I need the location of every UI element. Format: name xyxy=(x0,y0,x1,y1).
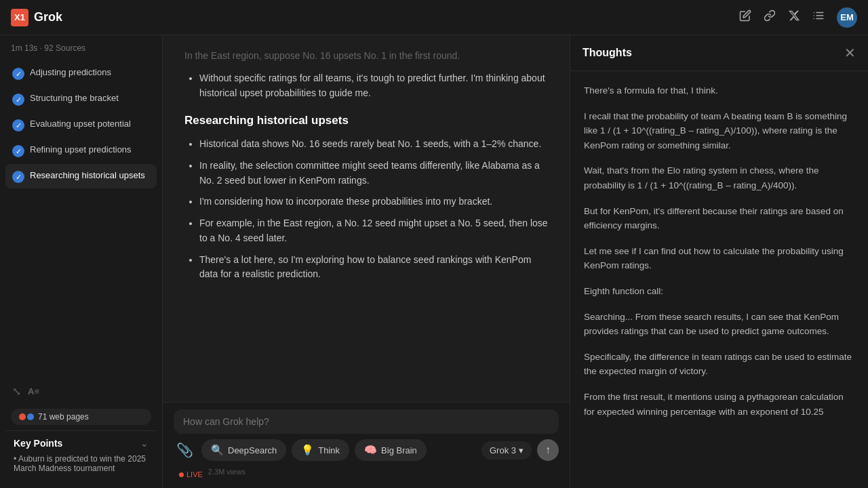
brain-icon: 🧠 xyxy=(364,444,377,456)
key-points-preview: • Auburn is predicted to win the 2025 Ma… xyxy=(14,454,149,473)
input-box[interactable]: How can Grok help? xyxy=(174,409,559,434)
app-title: Grok xyxy=(34,10,62,24)
content-bullet-2-3: For example, in the East region, a No. 1… xyxy=(199,216,548,245)
x-social-icon[interactable] xyxy=(788,9,800,25)
content-fade-top: In the East region, suppose No. 16 upset… xyxy=(184,49,548,63)
check-icon-adjusting: ✓ xyxy=(12,68,24,80)
content-bullet-2-0: Historical data shows No. 16 seeds rarel… xyxy=(199,137,548,152)
thoughts-panel: Thoughts ✕ There's a formula for that, I… xyxy=(570,35,868,488)
search-icon: 🔍 xyxy=(211,444,224,456)
web-pages-count: 71 web pages xyxy=(38,412,89,422)
sidebar-item-structuring[interactable]: ✓ Structuring the bracket xyxy=(5,87,157,111)
content-bullet-1-0: Without specific ratings for all teams, … xyxy=(199,71,548,100)
model-selector[interactable]: Grok 3 ▾ xyxy=(481,441,532,460)
think-button[interactable]: 💡 Think xyxy=(292,439,349,461)
sidebar-item-adjusting[interactable]: ✓ Adjusting predictions xyxy=(5,61,157,85)
live-badge: LIVE xyxy=(176,470,203,479)
thought-para-5: Eighth function call: xyxy=(584,284,854,299)
check-icon-evaluating: ✓ xyxy=(12,119,24,131)
sidebar-item-evaluating[interactable]: ✓ Evaluating upset potential xyxy=(5,113,157,137)
content-bullet-2-4: There's a lot here, so I'm exploring how… xyxy=(199,253,548,282)
deep-search-button[interactable]: 🔍 DeepSearch xyxy=(201,439,286,461)
content-bullets-2: Historical data shows No. 16 seeds rarel… xyxy=(184,137,548,282)
content-bullet-2-2: I'm considering how to incorporate these… xyxy=(199,195,548,209)
topbar-left: X1 Grok xyxy=(11,9,62,26)
list-icon[interactable] xyxy=(812,9,825,25)
content-bullet-2-1: In reality, the selection committee migh… xyxy=(199,159,548,188)
thought-para-7: Specifically, the difference in team rat… xyxy=(584,350,854,379)
expand-icon[interactable]: ⤡ xyxy=(12,385,21,398)
key-points-toggle-button[interactable]: ⌄ xyxy=(140,438,149,449)
thought-para-8: From the first result, it mentions using… xyxy=(584,390,854,419)
sidebar-item-label-researching: Researching historical upsets xyxy=(30,169,145,182)
topbar: X1 Grok EM xyxy=(0,0,868,35)
big-brain-button[interactable]: 🧠 Big Brain xyxy=(355,439,427,461)
thought-para-6: Searching... From these search results, … xyxy=(584,310,854,339)
thought-para-1: I recall that the probability of team A … xyxy=(584,109,854,153)
link-icon[interactable] xyxy=(764,9,776,25)
content-area: In the East region, suppose No. 16 upset… xyxy=(163,35,570,402)
send-button[interactable]: ↑ xyxy=(537,439,559,461)
sidebar-item-researching[interactable]: ✓ Researching historical upsets xyxy=(5,164,157,188)
thoughts-title: Thoughts xyxy=(583,47,632,59)
input-actions-right: Grok 3 ▾ ↑ xyxy=(481,439,559,461)
app-logo: X1 xyxy=(11,9,28,26)
think-icon: 💡 xyxy=(301,444,314,456)
key-points-title: Key Points xyxy=(14,438,62,449)
attach-button[interactable]: 📎 xyxy=(174,442,196,458)
font-size-icon[interactable]: A≡ xyxy=(28,386,39,396)
sidebar-meta: 1m 13s · 92 Sources xyxy=(5,43,157,61)
key-points-header: Key Points ⌄ xyxy=(14,438,149,449)
chevron-down-icon: ▾ xyxy=(519,445,524,455)
thought-para-0: There's a formula for that, I think. xyxy=(584,83,854,98)
topbar-icons: EM xyxy=(739,7,857,28)
views-count: 2.3M views xyxy=(208,468,245,476)
section-title-researching: Researching historical upsets xyxy=(184,114,548,127)
sidebar-item-label-adjusting: Adjusting predictions xyxy=(30,66,111,79)
thoughts-header: Thoughts ✕ xyxy=(570,35,868,71)
sidebar-item-label-evaluating: Evaluating upset potential xyxy=(30,118,131,130)
input-actions: 📎 🔍 DeepSearch 💡 Think 🧠 Big Brain Grok … xyxy=(174,439,559,461)
sidebar-item-label-structuring: Structuring the bracket xyxy=(30,92,119,104)
sidebar-bottom: ⤡ A≡ xyxy=(5,380,157,403)
sidebar-item-label-refining: Refining upset predictions xyxy=(30,144,132,156)
input-area: How can Grok help? 📎 🔍 DeepSearch 💡 Thin… xyxy=(163,402,570,488)
check-icon-structuring: ✓ xyxy=(12,94,24,106)
content-bullets-1: Without specific ratings for all teams, … xyxy=(184,71,548,100)
thought-para-4: Let me see if I can find out how to calc… xyxy=(584,244,854,273)
thought-para-2: Wait, that's from the Elo rating system … xyxy=(584,163,854,192)
edit-icon[interactable] xyxy=(739,9,751,25)
avatar[interactable]: EM xyxy=(837,7,857,28)
sidebar-item-refining[interactable]: ✓ Refining upset predictions xyxy=(5,138,157,163)
check-icon-researching: ✓ xyxy=(12,171,24,183)
main-layout: 1m 13s · 92 Sources ✓ Adjusting predicti… xyxy=(0,35,868,488)
web-pages-badge[interactable]: 71 web pages xyxy=(11,409,151,425)
thoughts-content: There's a formula for that, I think. I r… xyxy=(570,71,868,488)
check-icon-refining: ✓ xyxy=(12,145,24,157)
live-indicator xyxy=(179,472,184,477)
thoughts-close-button[interactable]: ✕ xyxy=(844,45,856,61)
thought-para-3: But for KenPom, it's different because t… xyxy=(584,204,854,233)
web-badge-dots xyxy=(19,413,34,420)
key-points-section: Key Points ⌄ • Auburn is predicted to wi… xyxy=(5,430,157,480)
sidebar: 1m 13s · 92 Sources ✓ Adjusting predicti… xyxy=(0,35,163,488)
